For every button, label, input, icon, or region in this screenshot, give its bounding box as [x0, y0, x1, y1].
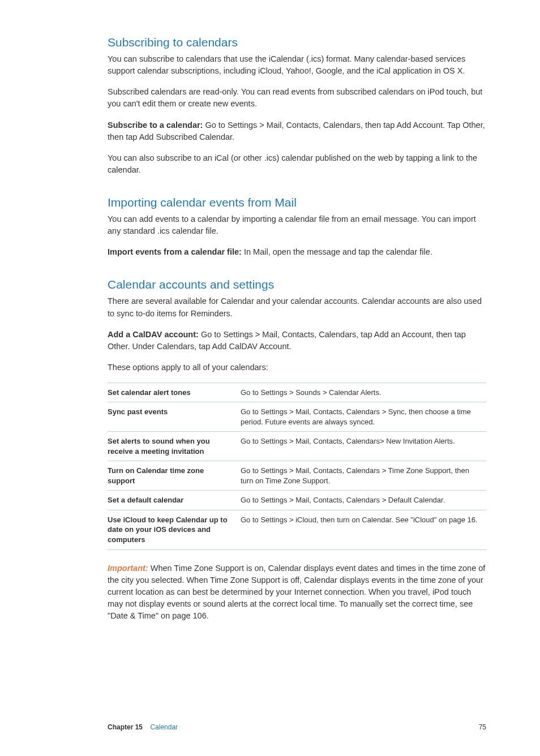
chapter-ref: Chapter 15 Calendar [108, 723, 178, 732]
table-row: Set calendar alert tones Go to Settings … [108, 383, 486, 402]
setting-name: Turn on Calendar time zone support [108, 461, 241, 491]
para: You can also subscribe to an iCal (or ot… [108, 152, 486, 176]
para: Subscribe to a calendar: Go to Settings … [108, 119, 486, 143]
table-row: Sync past events Go to Settings > Mail, … [108, 402, 486, 432]
para: Import events from a calendar file: In M… [108, 246, 486, 258]
setting-desc: Go to Settings > iCloud, then turn on Ca… [241, 510, 486, 549]
setting-name: Set calendar alert tones [108, 383, 241, 402]
callout-text: When Time Zone Support is on, Calendar d… [108, 564, 485, 620]
setting-name: Set alerts to sound when you receive a m… [108, 432, 241, 461]
section-subscribing: Subscribing to calendars You can subscri… [108, 34, 486, 176]
para: Add a CalDAV account: Go to Settings > M… [108, 329, 486, 353]
heading-subscribing: Subscribing to calendars [108, 34, 486, 51]
heading-importing: Importing calendar events from Mail [108, 194, 486, 211]
section-accounts-settings: Calendar accounts and settings There are… [108, 276, 486, 622]
lead-label: Import events from a calendar file: [108, 247, 244, 256]
page-footer: Chapter 15 Calendar 75 [108, 723, 486, 732]
chapter-name: Calendar [150, 723, 178, 731]
table-row: Use iCloud to keep Calendar up to date o… [108, 510, 486, 549]
para: These options apply to all of your calen… [108, 362, 486, 373]
setting-desc: Go to Settings > Mail, Contacts, Calenda… [241, 491, 486, 510]
table-row: Turn on Calendar time zone support Go to… [108, 461, 486, 491]
setting-name: Use iCloud to keep Calendar up to date o… [108, 510, 241, 549]
chapter-number: Chapter 15 [108, 723, 143, 731]
page-number: 75 [479, 723, 486, 732]
para: There are several available for Calendar… [108, 295, 486, 319]
para: Subscribed calendars are read-only. You … [108, 86, 486, 110]
para: You can add events to a calendar by impo… [108, 213, 486, 237]
section-importing: Importing calendar events from Mail You … [108, 194, 486, 258]
setting-desc: Go to Settings > Mail, Contacts, Calenda… [241, 461, 486, 491]
para: You can subscribe to calendars that use … [108, 53, 486, 77]
lead-label: Add a CalDAV account: [108, 330, 201, 339]
callout-label: Important: [108, 564, 151, 573]
lead-label: Subscribe to a calendar: [108, 121, 205, 130]
setting-name: Set a default calendar [108, 491, 241, 510]
setting-desc: Go to Settings > Sounds > Calendar Alert… [241, 383, 486, 402]
settings-table: Set calendar alert tones Go to Settings … [108, 383, 486, 550]
para-text: In Mail, open the message and tap the ca… [244, 247, 432, 256]
setting-desc: Go to Settings > Mail, Contacts, Calenda… [241, 432, 486, 461]
table-row: Set a default calendar Go to Settings > … [108, 491, 486, 510]
setting-desc: Go to Settings > Mail, Contacts, Calenda… [241, 402, 486, 432]
setting-name: Sync past events [108, 402, 241, 432]
heading-accounts-settings: Calendar accounts and settings [108, 276, 486, 293]
table-row: Set alerts to sound when you receive a m… [108, 432, 486, 461]
important-callout: Important: When Time Zone Support is on,… [108, 562, 486, 622]
